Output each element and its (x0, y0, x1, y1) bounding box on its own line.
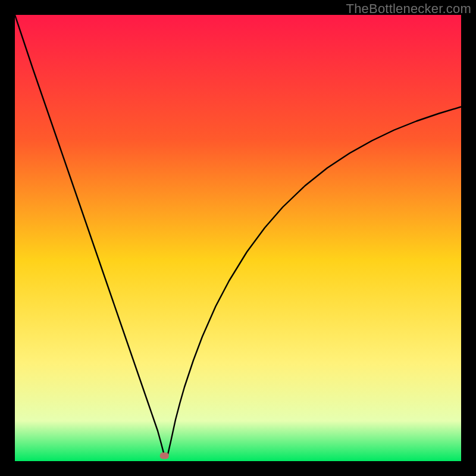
gradient-background (15, 15, 461, 461)
minimum-marker (160, 453, 169, 459)
plot-area (15, 15, 461, 461)
chart-frame: TheBottlenecker.com (0, 0, 476, 476)
watermark-label: TheBottlenecker.com (346, 1, 471, 17)
bottleneck-chart (15, 15, 461, 461)
